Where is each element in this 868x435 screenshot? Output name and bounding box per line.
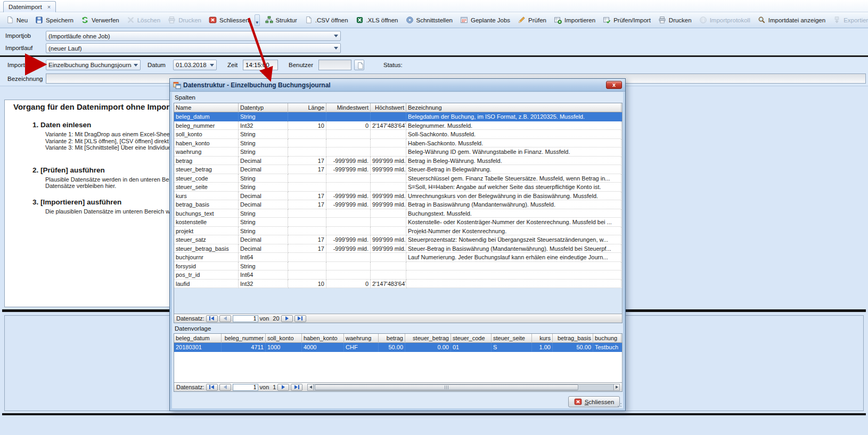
toolbar-button-schliessen[interactable]: Schliessen [205, 14, 253, 26]
next-record-button[interactable] [281, 315, 293, 322]
grid-header-cell[interactable]: haben_konto [302, 334, 344, 343]
grid-header-cell[interactable]: Mindestwert [326, 103, 371, 112]
grid-cell: laufid [174, 280, 239, 289]
grid-header: NameDatentypLängeMindestwertHöchstwertBe… [174, 103, 622, 112]
grid-cell: String [239, 262, 288, 271]
grid-row[interactable]: laufidInt321002'147'483'647 [174, 280, 622, 289]
record-number-input[interactable] [233, 315, 258, 322]
grid-header-cell[interactable]: steuer_betrag [405, 334, 451, 343]
toolbar-button-prüfen-import[interactable]: Prüfen/Import [599, 14, 654, 26]
importjob-select[interactable]: (Importläufe ohne Job) [46, 31, 341, 41]
grid-header-cell[interactable]: Länge [288, 103, 326, 112]
grid-row[interactable]: buchjournrInt64Lauf Numerierung. Jeder B… [174, 253, 622, 262]
scrollbar-thumb[interactable] [315, 384, 578, 390]
grid-header-cell[interactable]: Höchstwert [371, 103, 406, 112]
toolbar-button-geplante-jobs[interactable]: Geplante Jobs [456, 14, 514, 26]
toolbar-button-importdatei-anzeigen[interactable]: Importdatei anzeigen [754, 14, 829, 26]
toolbar-button-importieren[interactable]: Importieren [550, 14, 599, 26]
grid-cell [326, 139, 371, 148]
grid-header-cell[interactable]: steuer_code [451, 334, 492, 343]
toolbar-button-label: .CSV öffnen [315, 17, 348, 23]
grid-row[interactable]: kursDecimal17-999'999 mld.999'999 mld.Um… [174, 192, 622, 201]
toolbar-overflow-dropdown-left[interactable]: ▼ [255, 14, 260, 26]
grid-header-cell[interactable]: beleg_nummer [222, 334, 266, 343]
dialog-resize-grip[interactable] [616, 401, 623, 408]
columns-grid: NameDatentypLängeMindestwertHöchstwertBe… [174, 103, 623, 323]
grid-header-cell[interactable]: soll_konto [266, 334, 302, 343]
first-record-button[interactable] [206, 315, 218, 322]
grid-header-cell[interactable]: Bezeichnung [406, 103, 621, 112]
grid-row[interactable]: betragDecimal17-999'999 mld.999'999 mld.… [174, 157, 622, 166]
grid-cell: forsysid [174, 262, 239, 271]
scroll-left-button[interactable] [307, 384, 314, 391]
previous-record-button[interactable] [219, 384, 231, 391]
benutzer-field[interactable] [318, 60, 351, 70]
grid-header-cell[interactable]: beleg_datum [174, 334, 222, 343]
tab-datenimport[interactable]: Datenimport × [3, 1, 56, 12]
grid-cell: Decimal [239, 192, 288, 201]
toolbar-button-neu[interactable]: Neu [2, 14, 31, 26]
grid-row[interactable]: steuer_satzDecimal17-999'999 mld.999'999… [174, 235, 622, 244]
grid-row[interactable]: kostenstelleStringKostenstelle- oder Kos… [174, 218, 622, 227]
grid-row[interactable]: buchungs_textStringBuchungstext. Mussfel… [174, 209, 622, 218]
benutzer-lookup-button[interactable] [354, 60, 364, 70]
grid-row[interactable]: steuer_betrag_basisDecimal17-999'999 mld… [174, 244, 622, 253]
first-record-button[interactable] [206, 384, 218, 391]
last-record-button[interactable] [291, 384, 302, 391]
splitter-lower[interactable] [2, 413, 866, 415]
grid-cell [288, 227, 326, 236]
zeit-field[interactable] [243, 60, 278, 70]
importer-select[interactable]: Einzelbuchung Buchungsjournal [46, 60, 141, 70]
grid-row[interactable]: steuer_betragDecimal17-999'999 mld.999'9… [174, 165, 622, 174]
record-number-input[interactable] [233, 384, 258, 391]
toolbar-button-verwerfen[interactable]: Verwerfen [77, 14, 123, 26]
horizontal-scrollbar[interactable] [307, 384, 620, 391]
scroll-right-button[interactable] [613, 384, 620, 391]
grid-cell: steuer_satz [174, 235, 239, 244]
grid-cell [371, 262, 406, 271]
grid-cell: String [239, 130, 288, 139]
grid-row[interactable]: waehrungStringBeleg-Währung ID gem. Währ… [174, 147, 622, 157]
grid-row[interactable]: soll_kontoStringSoll-Sachkonto. Mussfeld… [174, 130, 622, 139]
grid-header-cell[interactable]: betrag_basis [553, 334, 593, 343]
grid-header-cell[interactable]: waehrung [344, 334, 379, 343]
toolbar-button-speichern[interactable]: Speichern [31, 14, 77, 26]
scrollbar-track[interactable] [314, 384, 613, 391]
toolbar-button--xls-öffnen[interactable]: .XLS öffnen [352, 14, 402, 26]
grid-row[interactable]: projektStringProjekt-Nummer der Kostenre… [174, 227, 622, 236]
dialog-titlebar[interactable]: Datenstruktur - Einzelbuchung Buchungsjo… [170, 79, 625, 92]
grid-cell: Belegdatum der Buchung, im ISO Format, z… [406, 112, 621, 121]
schliessen-button[interactable]: Schliessen [568, 396, 620, 407]
status-label: Status: [383, 62, 403, 68]
importlauf-select[interactable]: (neuer Lauf) [46, 43, 341, 53]
grid-header-cell[interactable]: Datentyp [239, 103, 288, 112]
grid-row[interactable]: pos_tr_idInt64 [174, 270, 622, 280]
tab-close-icon[interactable]: × [47, 4, 51, 10]
grid-header-cell[interactable]: kurs [532, 334, 553, 343]
grid-row[interactable]: 20180301471110004000CHF50.000.0001S1.005… [174, 343, 622, 352]
toolbar-button-prüfen[interactable]: Prüfen [514, 14, 550, 26]
grid-header-cell[interactable]: steuer_seite [492, 334, 532, 343]
grid-row[interactable]: betrag_basisDecimal17-999'999 mld.999'99… [174, 200, 622, 209]
toolbar-button--csv-öffnen[interactable]: .CSV öffnen [301, 14, 352, 26]
grid-row[interactable]: forsysidString [174, 262, 622, 271]
grid-header-cell[interactable]: Name [174, 103, 239, 112]
grid-header-cell[interactable]: betrag [379, 334, 405, 343]
toolbar-button-schnittstellen[interactable]: Schnittstellen [402, 14, 456, 26]
grid-row[interactable]: steuer_codeStringSteuerschlüssel gem. Fi… [174, 174, 622, 183]
grid-row[interactable]: beleg_datumStringBelegdatum der Buchung,… [174, 112, 622, 121]
datenvorlage-label: Datenvorlage [175, 325, 211, 332]
toolbar-button-struktur[interactable]: Struktur [261, 14, 301, 26]
datum-picker[interactable]: 01.03.2018 [173, 60, 217, 70]
grid-header-cell[interactable]: buchung [593, 334, 621, 343]
grid-row[interactable]: steuer_seiteStringS=Soll, H=Haben: Angab… [174, 183, 622, 192]
previous-record-button[interactable] [219, 315, 231, 322]
toolbar-button-drucken[interactable]: Drucken [654, 14, 695, 26]
grid-row[interactable]: haben_kontoStringHaben-Sachkonto. Mussfe… [174, 139, 622, 148]
dialog-close-button[interactable]: x [606, 81, 622, 89]
last-record-button[interactable] [294, 315, 306, 322]
grid-row[interactable]: beleg_nummerInt321002'147'483'647Belegnu… [174, 121, 622, 130]
next-record-button[interactable] [277, 384, 289, 391]
grid-cell [288, 130, 326, 139]
importer-label: Importer [7, 62, 30, 68]
